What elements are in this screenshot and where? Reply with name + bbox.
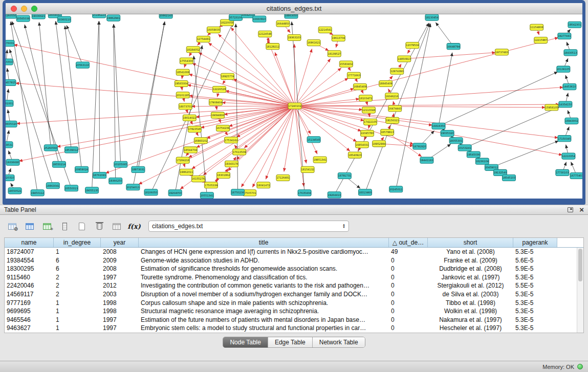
network-node[interactable]: 22045780	[360, 130, 374, 137]
network-node[interactable]: 19457915	[6, 79, 16, 85]
network-edge[interactable]	[295, 78, 349, 106]
network-svg[interactable]: 1724010218220058160590351275448118184052…	[6, 14, 582, 199]
network-node[interactable]: 18545103	[502, 174, 515, 181]
network-node[interactable]: 11154808	[530, 24, 543, 30]
network-node[interactable]: 15134545	[307, 137, 320, 143]
network-edge[interactable]	[56, 21, 72, 150]
network-edge[interactable]	[295, 106, 558, 138]
network-node[interactable]: 16660910	[253, 16, 266, 22]
table-row[interactable]: 1830029562008Estimation of significance …	[5, 265, 583, 273]
network-node[interactable]: 17126481	[276, 174, 290, 181]
network-node[interactable]: 17240102	[288, 103, 301, 109]
network-edge[interactable]	[275, 52, 295, 106]
column-chooser-icon[interactable]	[23, 220, 37, 233]
network-edge[interactable]	[295, 106, 350, 151]
network-node[interactable]: 17771663	[347, 72, 360, 78]
network-node[interactable]: 18184052	[186, 47, 200, 53]
network-node[interactable]: 18925774	[221, 73, 234, 79]
network-node[interactable]: 18129212	[266, 43, 279, 50]
column-header-in_degree[interactable]: in_degree	[54, 238, 101, 247]
network-edge[interactable]	[192, 63, 295, 106]
network-edge[interactable]	[39, 22, 51, 148]
network-node[interactable]: 20360110	[57, 16, 71, 23]
network-node[interactable]: 19862941	[107, 15, 120, 21]
network-edge[interactable]	[191, 106, 295, 106]
network-node[interactable]: 19277441	[558, 33, 571, 39]
network-node[interactable]: 16961621	[307, 40, 320, 46]
network-edge[interactable]	[295, 104, 559, 106]
table-row[interactable]: 946362711997Embryonic stem cells: a mode…	[5, 324, 583, 333]
network-node[interactable]: 18430513	[564, 50, 577, 56]
new-table-icon[interactable]	[75, 220, 89, 233]
network-node[interactable]: 18055301	[449, 138, 463, 144]
network-node[interactable]: 18541008	[176, 69, 189, 75]
network-node[interactable]: 17823545	[188, 126, 201, 132]
network-node[interactable]: 19545036	[467, 151, 480, 158]
network-node[interactable]: 18761041	[93, 172, 106, 178]
network-node[interactable]: 18845409	[379, 80, 393, 86]
network-node[interactable]: 35723104	[229, 14, 243, 20]
table-row[interactable]: 977716911998Corpus callosum shape and si…	[5, 299, 583, 308]
network-node[interactable]: 19550521	[8, 188, 21, 194]
network-canvas[interactable]: 1724010218220058160590351275448118184052…	[6, 14, 582, 199]
network-node[interactable]: 14354150	[559, 101, 572, 107]
network-node[interactable]: 18973031	[132, 166, 145, 172]
network-edge[interactable]	[295, 106, 562, 155]
network-node[interactable]: 12226528	[212, 86, 226, 93]
network-node[interactable]: 25260560	[44, 145, 57, 151]
network-edge[interactable]	[295, 87, 563, 106]
network-edge[interactable]	[229, 106, 295, 126]
network-node[interactable]: 16943002	[565, 118, 578, 124]
network-edge[interactable]	[19, 106, 295, 161]
table-row[interactable]: 946554611997Estimation of the future num…	[5, 316, 583, 324]
network-node[interactable]: 16818356	[432, 123, 445, 129]
network-node[interactable]: 17730103	[556, 169, 569, 176]
network-node[interactable]: 16775403	[570, 172, 582, 179]
network-node[interactable]: 18863050	[285, 14, 298, 18]
column-header-out_degree[interactable]: △ out_de…	[389, 238, 428, 247]
network-node[interactable]: 15146223	[93, 14, 106, 18]
network-node[interactable]: 18952984	[373, 141, 386, 147]
network-node[interactable]: 18791920	[413, 143, 426, 149]
network-edge[interactable]	[187, 85, 295, 106]
network-node[interactable]: 19264050	[168, 190, 182, 196]
network-edge[interactable]	[92, 21, 99, 190]
network-node[interactable]: 17908404	[209, 99, 222, 105]
network-node[interactable]: 19851341	[313, 157, 326, 163]
table-row[interactable]: 1938455462009Genome-wide association stu…	[5, 256, 583, 265]
network-node[interactable]: 20254013	[126, 184, 140, 190]
network-edge[interactable]	[114, 24, 116, 181]
table-row[interactable]: 1872400712008Changes of HCN gene express…	[5, 248, 583, 256]
delete-table-icon[interactable]	[92, 220, 106, 233]
network-node[interactable]: 20576031	[6, 40, 14, 47]
network-node[interactable]: 18154132	[301, 166, 314, 172]
network-node[interactable]: 16046216	[385, 93, 399, 99]
table-row[interactable]: 969969511998Structural magnetic resonanc…	[5, 307, 583, 316]
table-row[interactable]: 2242004622012Investigating the contribut…	[5, 281, 583, 290]
import-table-icon[interactable]	[110, 220, 124, 233]
network-node[interactable]: 17422105	[363, 119, 377, 125]
network-node[interactable]: 20101185	[176, 92, 189, 98]
network-node[interactable]: 12210354	[562, 153, 575, 159]
network-node[interactable]: 18106050	[144, 189, 158, 195]
network-node[interactable]: 19343178	[225, 161, 238, 167]
network-edge[interactable]	[295, 106, 364, 121]
network-node[interactable]: 12079504	[406, 42, 419, 49]
network-edge[interactable]	[491, 141, 558, 167]
network-edge[interactable]	[16, 106, 295, 124]
network-node[interactable]: 18544704	[184, 147, 197, 153]
column-header-title[interactable]: title	[139, 238, 389, 247]
network-node[interactable]: 17284218	[176, 157, 189, 163]
network-node[interactable]: 19014022	[183, 115, 196, 121]
network-node[interactable]: 18835020	[6, 121, 17, 127]
column-header-year[interactable]: year	[101, 238, 139, 247]
network-node[interactable]: 19094806	[211, 112, 224, 118]
network-node[interactable]: 19542301	[568, 21, 581, 28]
network-edge[interactable]	[99, 21, 100, 175]
network-edge[interactable]	[138, 21, 165, 169]
network-edge[interactable]	[218, 34, 295, 106]
network-node[interactable]: 19737483	[495, 49, 508, 55]
network-node[interactable]: 19366250	[109, 178, 122, 184]
network-node[interactable]: 18301862	[216, 172, 230, 178]
function-builder-icon[interactable]: f(x)	[127, 220, 141, 233]
